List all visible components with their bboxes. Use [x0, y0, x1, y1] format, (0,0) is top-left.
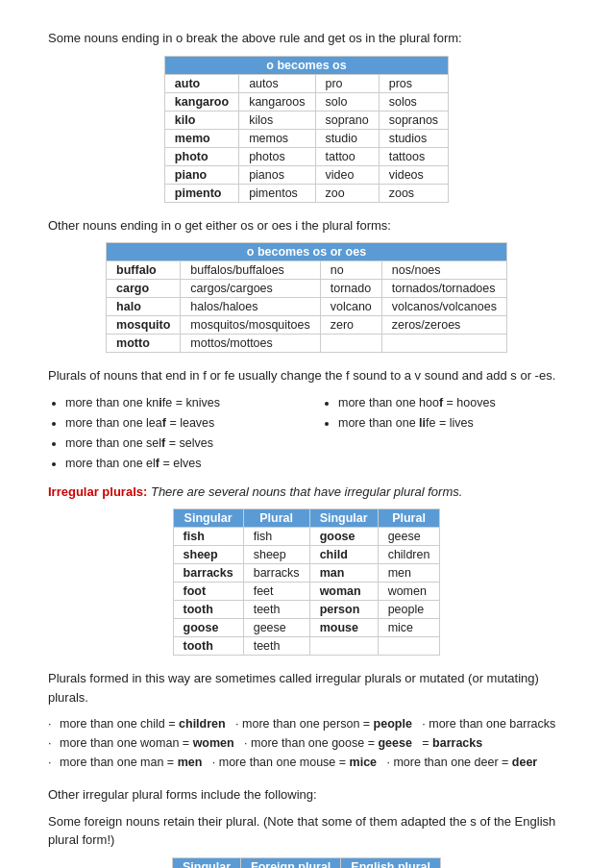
dotlist: more than one child = children · more th…	[48, 714, 565, 772]
intro1-text: Some nouns ending in o break the above r…	[48, 29, 565, 48]
table-os-or-oes: o becomes os or oes buffalo buffalos/buf…	[106, 242, 507, 353]
table2-header: o becomes os or oes	[107, 243, 507, 261]
intro4-text: Plurals formed in this way are sometimes…	[48, 669, 565, 707]
section-mutating: Plurals formed in this way are sometimes…	[48, 669, 565, 772]
table1-r1c3: pro	[315, 74, 379, 92]
bullets-section: more than one knife = knives more than o…	[48, 393, 565, 475]
intro2-text: Other nouns ending in o get either os or…	[48, 216, 565, 236]
section-foreign: Other irregular plural forms include the…	[48, 785, 565, 868]
bullets-col1: more than one knife = knives more than o…	[48, 393, 292, 434]
intro6-text: Some foreign nouns retain their plural. …	[48, 812, 565, 850]
table1-r1c4: pros	[379, 74, 448, 92]
intro5-text: Other irregular plural forms include the…	[48, 785, 565, 805]
section-forf: Plurals of nouns that end in f or fe usu…	[48, 366, 565, 656]
table1-r1c2: autos	[239, 74, 315, 92]
irregular-label: Irregular plurals:	[48, 484, 147, 499]
bullets-col3: more than one self = selves more than on…	[48, 434, 565, 475]
table1-header: o becomes os	[164, 56, 448, 74]
table-os-becomes-os: o becomes os auto autos pro pros kangaro…	[164, 56, 449, 203]
section-intro1: Some nouns ending in o break the above r…	[48, 29, 565, 203]
bullets-col2: more than one hoof = hooves more than on…	[321, 393, 565, 434]
irregular-label-para: Irregular plurals: There are several nou…	[48, 483, 565, 502]
table1-r1c1: auto	[164, 74, 238, 92]
table-foreign: Singular Foreign plural English plural a…	[172, 857, 441, 869]
intro3-text: Plurals of nouns that end in f or fe usu…	[48, 366, 565, 385]
table-irregular: Singular Plural Singular Plural fish fis…	[173, 508, 441, 656]
irregular-desc: There are several nouns that have irregu…	[151, 484, 462, 499]
section-intro2: Other nouns ending in o get either os or…	[48, 216, 565, 354]
